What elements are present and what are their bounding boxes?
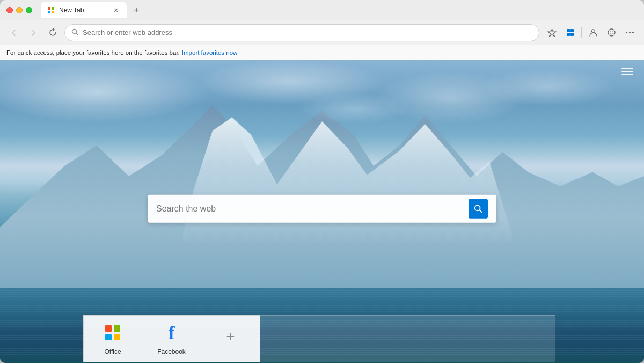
svg-rect-20	[105, 325, 112, 332]
svg-rect-8	[570, 29, 574, 32]
favorites-bar-text: For quick access, place your favorites h…	[6, 49, 180, 56]
shortcut-office[interactable]: Office	[83, 315, 142, 362]
shortcut-empty-4[interactable]	[437, 315, 496, 362]
address-bar[interactable]	[64, 24, 539, 41]
cloud-layer	[0, 60, 644, 168]
search-input[interactable]	[156, 204, 469, 214]
menu-line-2	[621, 71, 633, 72]
import-favorites-link[interactable]: Import favorites now	[182, 49, 238, 56]
search-container	[148, 195, 496, 223]
refresh-button[interactable]	[45, 25, 60, 40]
menu-button[interactable]	[621, 68, 633, 75]
maximize-button[interactable]	[26, 7, 32, 13]
forward-button[interactable]	[26, 25, 41, 40]
shortcut-empty-1[interactable]	[260, 315, 319, 362]
new-tab-button[interactable]: +	[129, 3, 144, 18]
main-content: Office f Facebook +	[0, 60, 644, 363]
menu-line-3	[621, 74, 633, 75]
collections-button[interactable]	[562, 25, 578, 41]
nav-right-buttons	[544, 25, 638, 41]
nav-divider	[581, 27, 582, 38]
tab-bar: New Tab × +	[41, 2, 638, 18]
shortcut-add[interactable]: +	[201, 315, 260, 362]
office-icon	[102, 322, 123, 344]
search-button[interactable]	[469, 199, 488, 219]
browser-window: New Tab × +	[0, 0, 644, 363]
svg-point-14	[612, 31, 613, 32]
svg-point-15	[626, 32, 627, 33]
svg-rect-22	[105, 334, 112, 340]
facebook-icon: f	[161, 322, 182, 344]
svg-rect-9	[567, 33, 570, 36]
shortcut-empty-3[interactable]	[378, 315, 437, 362]
favorites-bar: For quick access, place your favorites h…	[0, 45, 644, 60]
close-button[interactable]	[6, 7, 13, 13]
svg-point-12	[608, 29, 615, 36]
address-search-icon	[71, 28, 78, 37]
office-label: Office	[104, 348, 121, 355]
svg-rect-0	[48, 7, 50, 10]
svg-line-19	[479, 210, 482, 213]
svg-rect-3	[52, 11, 54, 13]
svg-line-5	[76, 33, 78, 35]
svg-rect-10	[570, 33, 574, 36]
profile-button[interactable]	[585, 25, 601, 41]
address-input[interactable]	[83, 28, 532, 37]
minimize-button[interactable]	[16, 7, 23, 13]
svg-point-16	[629, 32, 631, 33]
tab-title: New Tab	[59, 6, 84, 14]
more-button[interactable]	[621, 25, 638, 41]
nav-bar	[0, 20, 644, 45]
svg-point-11	[591, 30, 595, 33]
svg-rect-1	[52, 7, 54, 10]
svg-rect-2	[48, 11, 50, 13]
shortcuts-row: Office f Facebook +	[0, 315, 644, 363]
traffic-lights	[6, 7, 32, 13]
favorites-star-button[interactable]	[544, 25, 560, 41]
svg-rect-21	[114, 325, 120, 332]
back-button[interactable]	[6, 25, 21, 40]
svg-rect-23	[114, 334, 120, 340]
title-bar: New Tab × +	[0, 0, 644, 20]
tab-close-button[interactable]: ×	[112, 6, 120, 14]
search-box	[148, 195, 496, 223]
svg-rect-7	[567, 29, 570, 32]
svg-marker-6	[548, 29, 556, 37]
menu-line-1	[621, 68, 633, 69]
tab-favicon	[47, 6, 55, 14]
emoji-button[interactable]	[603, 25, 619, 41]
svg-point-13	[610, 31, 611, 32]
shortcut-empty-2[interactable]	[319, 315, 378, 362]
facebook-label: Facebook	[157, 348, 186, 355]
shortcut-empty-5[interactable]	[496, 315, 555, 362]
add-icon: +	[220, 326, 241, 347]
active-tab[interactable]: New Tab ×	[41, 2, 127, 18]
shortcut-facebook[interactable]: f Facebook	[142, 315, 201, 362]
svg-point-17	[632, 32, 634, 33]
